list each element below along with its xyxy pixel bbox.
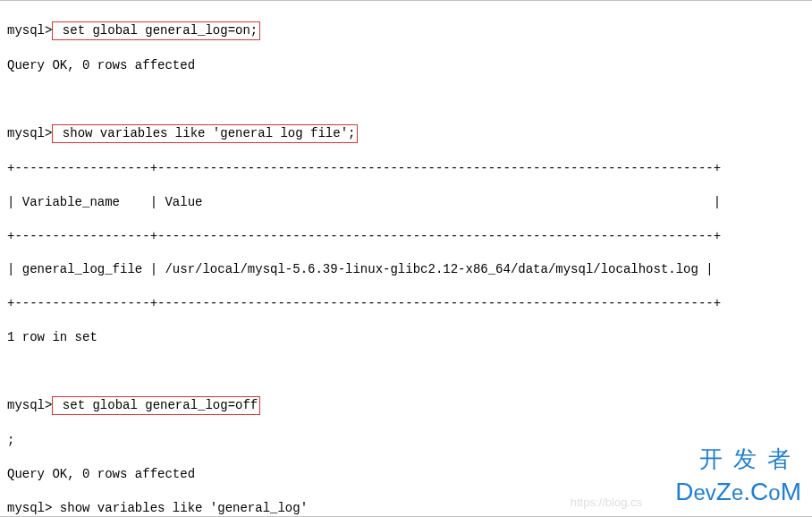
table1-border: +------------------+--------------------… xyxy=(7,160,805,177)
mysql-prompt: mysql> xyxy=(7,23,52,38)
highlighted-command-2: show variables like 'general log file'; xyxy=(52,124,358,143)
mysql-prompt: mysql> xyxy=(7,126,52,140)
table1-header: | Variable_name | Value | xyxy=(7,194,805,211)
terminal-output: mysql> set global general_log=on; Query … xyxy=(7,4,805,517)
table1-row: | general_log_file | /usr/local/mysql-5.… xyxy=(7,261,805,278)
query-ok-1: Query OK, 0 rows affected xyxy=(7,57,805,74)
table1-border: +------------------+--------------------… xyxy=(7,228,805,245)
watermark-faint: https://blog.cs xyxy=(571,495,642,511)
semicolon-line: ; xyxy=(7,432,805,449)
query-ok-2: Query OK, 0 rows affected xyxy=(7,466,805,483)
highlighted-command-1: set global general_log=on; xyxy=(52,21,260,40)
mysql-prompt: mysql> xyxy=(7,398,52,412)
rows-in-set-1: 1 row in set xyxy=(7,329,805,346)
highlighted-command-3: set global general_log=off xyxy=(52,396,260,415)
mysql-prompt: mysql> xyxy=(7,501,52,515)
cmd-show-genlog: show variables like 'general_log' xyxy=(52,501,308,515)
table1-border: +------------------+--------------------… xyxy=(7,295,805,312)
